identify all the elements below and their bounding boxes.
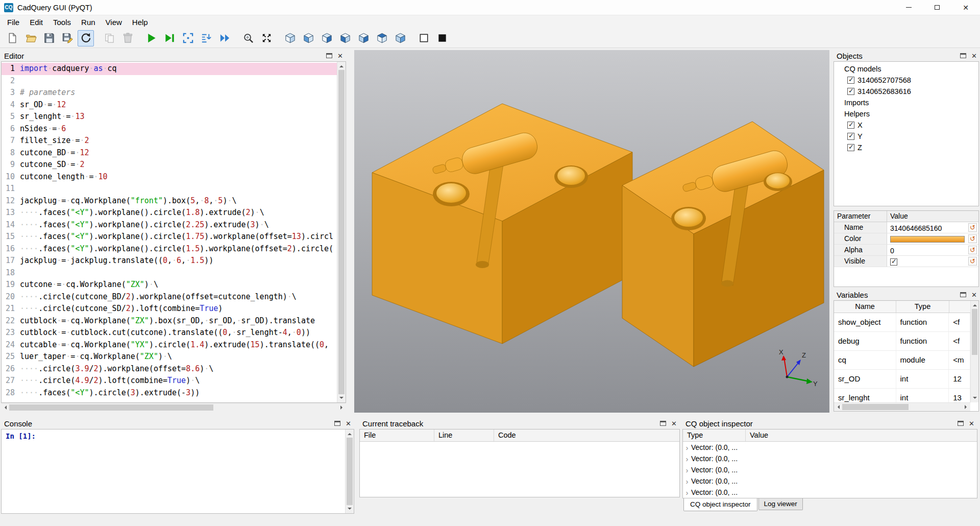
variables-float-panel-button[interactable]	[960, 292, 966, 297]
new-script-button[interactable]	[4, 30, 20, 46]
fit-view-button[interactable]	[240, 30, 256, 46]
console-close-panel-button[interactable]: ✕	[346, 420, 351, 427]
code-line-24[interactable]: 24cutcable·=·cq.Workplane("YX").circle(1…	[2, 339, 337, 351]
inspector-close-panel-button[interactable]: ✕	[969, 420, 974, 427]
inspector-row-1[interactable]: ›Vector: (0.0, ...	[683, 453, 977, 464]
checkbox[interactable]	[890, 258, 897, 266]
console-area[interactable]: In [1]:	[1, 429, 354, 514]
inspector-row-4[interactable]: ›Vector: (0.0, ...	[683, 487, 977, 498]
scroll-up-arrow-icon[interactable]	[973, 302, 977, 306]
wireframe-button[interactable]	[415, 30, 432, 46]
scrollbar-thumb[interactable]	[338, 70, 345, 394]
left-view-button[interactable]	[337, 30, 353, 46]
inspector-float-panel-button[interactable]	[958, 421, 964, 426]
reset-icon[interactable]: ↺	[968, 223, 977, 232]
scroll-left-arrow-icon[interactable]	[3, 405, 7, 410]
scroll-left-arrow-icon[interactable]	[836, 405, 840, 409]
objects-float-panel-button[interactable]	[960, 53, 966, 58]
scroll-down-arrow-icon[interactable]	[973, 397, 977, 401]
viewport-canvas[interactable]: X Z Y	[354, 50, 829, 413]
code-line-9[interactable]: 9cutcone_SD·=·2	[2, 159, 337, 171]
scroll-up-arrow-icon[interactable]	[348, 431, 352, 435]
traceback-float-panel-button[interactable]	[660, 421, 666, 426]
menu-item-file[interactable]: File	[2, 16, 24, 28]
right-view-button[interactable]	[355, 30, 372, 46]
step-into-button[interactable]	[198, 30, 214, 46]
reset-icon[interactable]: ↺	[968, 246, 977, 254]
back-view-button[interactable]	[318, 30, 335, 46]
variable-row-debug[interactable]: debugfunction<f	[834, 332, 970, 351]
chevron-right-icon[interactable]: ›	[683, 443, 691, 452]
render-button[interactable]	[143, 30, 159, 46]
checkbox[interactable]	[847, 88, 854, 95]
tree-item-helpers[interactable]: Helpers	[834, 108, 978, 119]
open-script-button[interactable]	[22, 30, 39, 46]
code-line-5[interactable]: 5sr_lenght·=·13	[2, 111, 337, 123]
menu-item-help[interactable]: Help	[127, 16, 153, 28]
editor-close-panel-button[interactable]: ✕	[337, 53, 343, 59]
variables-close-panel-button[interactable]: ✕	[971, 292, 977, 298]
menu-item-edit[interactable]: Edit	[24, 16, 48, 28]
code-line-28[interactable]: 28····.faces("<Y").circle(3).extrude(-3)…	[2, 387, 337, 399]
variable-row-sr_OD[interactable]: sr_ODint12	[834, 370, 970, 389]
code-line-2[interactable]: 2	[2, 75, 337, 87]
scrollbar-thumb[interactable]	[972, 309, 977, 355]
tree-item-imports[interactable]: Imports	[834, 97, 978, 108]
code-line-21[interactable]: 21····.circle(cutcone_SD/2).loft(combine…	[2, 303, 337, 315]
code-line-14[interactable]: 14····.faces("<Y").workplane().circle(2.…	[2, 219, 337, 231]
tab-log-viewer[interactable]: Log viewer	[758, 498, 803, 510]
variable-row-cq[interactable]: cqmodule<m	[834, 351, 970, 370]
autoreload-button[interactable]	[78, 30, 94, 46]
top-view-button[interactable]	[374, 30, 390, 46]
minimize-button[interactable]	[894, 0, 923, 15]
variables-vertical-scrollbar[interactable]	[970, 301, 978, 402]
reset-icon[interactable]: ↺	[968, 234, 977, 243]
code-line-3[interactable]: 3# parameters	[2, 87, 337, 99]
code-line-19[interactable]: 19cutcone·=·cq.Workplane("ZX")·\	[2, 279, 337, 291]
code-editor[interactable]: 1import·cadquery·as·cq23# parameters4sr_…	[1, 61, 346, 403]
tree-item-z[interactable]: Z	[834, 142, 978, 153]
variable-row-sr_lenght[interactable]: sr_lenghtint13	[834, 389, 970, 402]
shaded-button[interactable]	[434, 30, 450, 46]
front-view-button[interactable]	[300, 30, 316, 46]
menu-item-tools[interactable]: Tools	[48, 16, 76, 28]
copy-button[interactable]	[101, 30, 117, 46]
code-line-23[interactable]: 23cutblock·=·cutblock.cut(cutcone).trans…	[2, 327, 337, 339]
reset-icon[interactable]: ↺	[968, 257, 977, 266]
property-row-color[interactable]: Color↺	[834, 233, 978, 245]
menu-item-run[interactable]: Run	[76, 16, 101, 28]
editor-horizontal-scrollbar[interactable]	[1, 403, 346, 412]
variable-row-show_object[interactable]: show_objectfunction<f	[834, 313, 970, 332]
color-swatch[interactable]	[890, 236, 965, 243]
code-line-1[interactable]: 1import·cadquery·as·cq	[2, 63, 337, 75]
console-vertical-scrollbar[interactable]	[345, 429, 354, 513]
property-row-alpha[interactable]: Alpha0↺	[834, 245, 978, 256]
chevron-right-icon[interactable]: ›	[683, 455, 691, 463]
code-line-6[interactable]: 6nSides·=·6	[2, 123, 337, 135]
property-row-name[interactable]: Name3140646685160↺	[834, 222, 978, 233]
scroll-right-arrow-icon[interactable]	[340, 405, 345, 410]
fit-all-button[interactable]	[258, 30, 275, 46]
inspector-row-0[interactable]: ›Vector: (0.0, ...	[683, 442, 977, 453]
scrollbar-thumb[interactable]	[9, 404, 213, 411]
tree-item-3140652707568[interactable]: 3140652707568	[834, 75, 978, 86]
code-line-26[interactable]: 26····.circle(3.9/2).workplane(offset=8.…	[2, 363, 337, 375]
traceback-close-panel-button[interactable]: ✕	[671, 420, 677, 427]
code-line-4[interactable]: 4sr_OD·=·12	[2, 99, 337, 111]
chevron-right-icon[interactable]: ›	[683, 466, 691, 474]
checkbox[interactable]	[847, 122, 854, 129]
scroll-right-arrow-icon[interactable]	[965, 405, 969, 409]
code-line-10[interactable]: 10cutcone_length·=·10	[2, 171, 337, 183]
save-script-button[interactable]	[41, 30, 57, 46]
code-line-25[interactable]: 25luer_taper·=·cq.Workplane("ZX")·\	[2, 351, 337, 363]
tree-item-x[interactable]: X	[834, 119, 978, 131]
continue-button[interactable]	[216, 30, 233, 46]
editor-vertical-scrollbar[interactable]	[337, 62, 346, 402]
viewport-3d[interactable]: X Z Y	[354, 50, 829, 413]
tree-item-cq-models[interactable]: CQ models	[834, 63, 978, 75]
close-window-button[interactable]: ✕	[951, 0, 980, 15]
code-line-8[interactable]: 8cutcone_BD·=·12	[2, 147, 337, 159]
code-line-7[interactable]: 7fillet_size·=·2	[2, 135, 337, 147]
code-line-11[interactable]: 11	[2, 183, 337, 195]
code-line-15[interactable]: 15····.faces("<Y").workplane().circle(1.…	[2, 231, 337, 243]
